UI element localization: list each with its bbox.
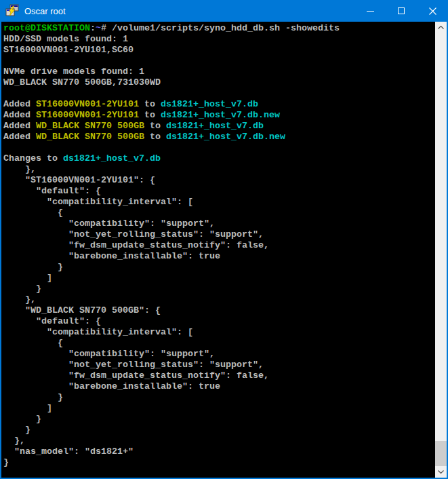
terminal-line: "ST16000VN001-2YU101": { xyxy=(3,175,435,186)
terminal-line: "default": { xyxy=(3,186,435,197)
terminal-line: "barebone_installable": true xyxy=(3,251,435,262)
terminal-line: { xyxy=(3,208,435,218)
terminal-line: Added WD_BLACK SN770 500GB to ds1821+_ho… xyxy=(3,132,435,142)
terminal-line xyxy=(3,142,435,153)
terminal-line: WD_BLACK SN770 500GB,731030WD xyxy=(3,77,435,88)
minimize-icon xyxy=(367,11,374,12)
putty-window: Oscar root root@DISKSTATION:~# /volume1/… xyxy=(0,0,448,479)
terminal-line: "compatibility_interval": [ xyxy=(3,197,435,208)
terminal-line: } xyxy=(3,262,435,273)
terminal-line: }, xyxy=(3,436,435,446)
terminal-line: "compatibility": "support", xyxy=(3,218,435,229)
close-button[interactable] xyxy=(417,0,448,22)
terminal-line: Added WD_BLACK SN770 500GB to ds1821+_ho… xyxy=(3,121,435,132)
putty-icon[interactable] xyxy=(5,4,19,18)
caption-buttons xyxy=(354,0,448,22)
terminal-output[interactable]: root@DISKSTATION:~# /volume1/scripts/syn… xyxy=(1,22,435,478)
terminal-line: { xyxy=(3,338,435,349)
terminal-line: Changes to ds1821+_host_v7.db xyxy=(3,153,435,164)
terminal-line: } xyxy=(3,425,435,436)
terminal-line: }, xyxy=(3,294,435,305)
scrollbar-thumb[interactable] xyxy=(435,441,447,466)
chevron-down-icon xyxy=(438,470,444,474)
terminal-line: "fw_dsm_update_status_notify": false, xyxy=(3,370,435,381)
terminal-line: "default": { xyxy=(3,316,435,327)
terminal-line: Added ST16000VN001-2YU101 to ds1821+_hos… xyxy=(3,110,435,121)
window-frame: root@DISKSTATION:~# /volume1/scripts/syn… xyxy=(0,22,448,479)
close-icon xyxy=(429,7,436,15)
terminal-line: root@DISKSTATION:~# /volume1/scripts/syn… xyxy=(3,23,435,34)
terminal-line: "nas_model": "ds1821+" xyxy=(3,446,435,457)
chevron-up-icon xyxy=(438,26,444,29)
terminal-line: ] xyxy=(3,273,435,284)
terminal-line: "not_yet_rolling_status": "support", xyxy=(3,360,435,370)
terminal-line: NVMe drive models found: 1 xyxy=(3,66,435,77)
terminal-line: Added ST16000VN001-2YU101 to ds1821+_hos… xyxy=(3,99,435,110)
terminal-line: HDD/SSD models found: 1 xyxy=(3,34,435,45)
terminal-line xyxy=(3,88,435,99)
scroll-down-button[interactable] xyxy=(435,466,447,478)
terminal-line: ] xyxy=(3,403,435,414)
terminal-line: "compatibility_interval": [ xyxy=(3,327,435,338)
terminal-line: "barebone_installable": true xyxy=(3,381,435,392)
window-title: Oscar root xyxy=(24,6,354,16)
scrollbar[interactable] xyxy=(435,22,447,478)
titlebar[interactable]: Oscar root xyxy=(0,0,448,22)
terminal-line: } xyxy=(3,284,435,294)
terminal-line: "WD_BLACK SN770 500GB": { xyxy=(3,305,435,316)
terminal-line: "compatibility": "support", xyxy=(3,349,435,360)
terminal-line: "fw_dsm_update_status_notify": false, xyxy=(3,240,435,251)
terminal-line: "not_yet_rolling_status": "support", xyxy=(3,229,435,240)
terminal-line: } xyxy=(3,414,435,425)
maximize-icon xyxy=(398,7,405,14)
terminal-line: ST16000VN001-2YU101,SC60 xyxy=(3,45,435,56)
minimize-button[interactable] xyxy=(354,0,386,22)
terminal-line: } xyxy=(3,392,435,403)
scroll-up-button[interactable] xyxy=(435,22,447,33)
terminal-line xyxy=(3,56,435,66)
terminal-line: } xyxy=(3,457,435,468)
maximize-button[interactable] xyxy=(386,0,417,22)
terminal-line: }, xyxy=(3,164,435,175)
